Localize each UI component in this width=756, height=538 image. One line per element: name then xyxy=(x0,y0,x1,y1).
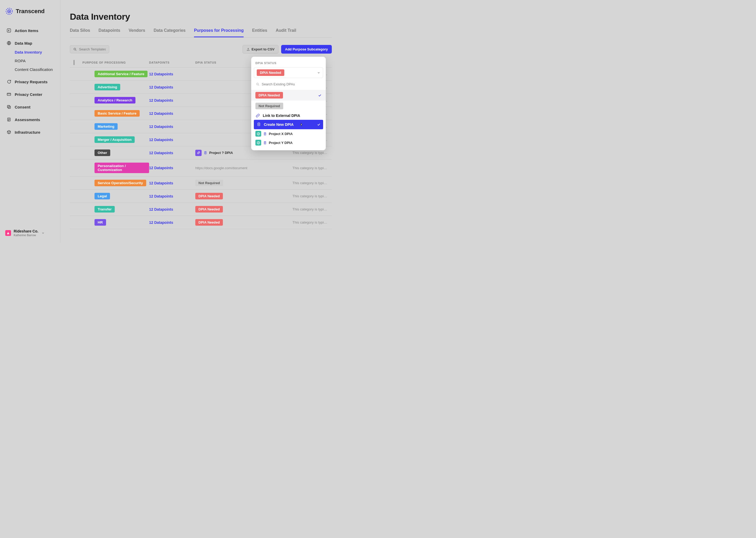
purpose-pill[interactable]: Merger / Acquisition xyxy=(95,136,135,143)
dpia-option-needed[interactable]: DPIA Needed xyxy=(251,90,326,101)
card-icon xyxy=(6,92,12,97)
document-icon xyxy=(263,132,267,135)
datapoints-link[interactable]: 12 Datapoints xyxy=(149,111,195,116)
purpose-pill[interactable]: Other xyxy=(95,149,110,156)
purpose-pill[interactable]: HR xyxy=(95,219,106,226)
purpose-pill[interactable]: Legal xyxy=(95,193,110,199)
datapoints-link[interactable]: 12 Datapoints xyxy=(149,181,195,185)
dpia-option-link-external[interactable]: Link to External DPIA xyxy=(251,111,326,120)
add-purpose-button[interactable]: Add Purpose Subcategory xyxy=(281,45,332,54)
svg-point-13 xyxy=(257,83,258,85)
description-cell: This category is typically used for... xyxy=(292,220,332,224)
search-icon xyxy=(256,82,260,86)
dpia-option-label: Project X DPIA xyxy=(269,132,293,136)
dpia-option-label: Project Y DPIA xyxy=(269,141,293,145)
nav: Action Items Data Map Data Inventory ROP… xyxy=(0,23,60,227)
document-icon xyxy=(263,141,267,144)
datapoints-link[interactable]: 12 Datapoints xyxy=(149,207,195,211)
dpia-selected-trigger[interactable]: DPIA Needed xyxy=(254,67,323,78)
dpia-status-cell[interactable]: DPIA Needed xyxy=(195,193,292,199)
check-circle-icon xyxy=(256,131,261,136)
dpia-option-create-new[interactable]: Create New DPIA xyxy=(254,120,323,129)
dpia-status-cell[interactable]: DPIA Needed xyxy=(195,219,292,226)
tab-entities[interactable]: Entities xyxy=(252,28,267,37)
dpia-status-dropdown: DPIA STATUS DPIA Needed DPIA Needed Not … xyxy=(251,57,326,150)
datapoints-link[interactable]: 12 Datapoints xyxy=(149,194,195,198)
company-user: Katherine Barrow xyxy=(14,234,38,237)
nav-label: Infrastructure xyxy=(15,130,40,134)
search-icon xyxy=(73,48,77,51)
clipboard-icon xyxy=(6,117,12,122)
nav-item-consent[interactable]: Consent xyxy=(3,102,58,112)
export-csv-button[interactable]: Export to CSV xyxy=(243,45,278,54)
dpia-option-project-x[interactable]: Project X DPIA xyxy=(251,129,326,138)
col-datapoints: DATAPOINTS xyxy=(149,61,195,64)
svg-rect-5 xyxy=(7,93,11,96)
dpia-option-project-y[interactable]: Project Y DPIA xyxy=(251,138,326,147)
nav-sub-ropa[interactable]: ROPA xyxy=(3,56,58,65)
purpose-pill[interactable]: Advertising xyxy=(95,84,120,90)
brand-name: Transcend xyxy=(16,8,45,15)
dpia-selected-badge: DPIA Needed xyxy=(257,69,284,76)
purpose-pill[interactable]: Transfer xyxy=(95,206,115,213)
tab-audit-trail[interactable]: Audit Trail xyxy=(276,28,296,37)
purpose-pill[interactable]: Basic Service / Feature xyxy=(95,110,140,117)
datapoints-link[interactable]: 12 Datapoints xyxy=(149,98,195,102)
purpose-pill[interactable]: Analytics / Research xyxy=(95,97,135,103)
status-badge: DPIA Needed xyxy=(195,206,223,213)
dpia-option-not-required[interactable]: Not Required xyxy=(251,101,326,111)
nav-item-privacy-requests[interactable]: Privacy Requests xyxy=(3,77,58,86)
tab-vendors[interactable]: Vendors xyxy=(129,28,145,37)
document-icon xyxy=(204,151,207,154)
dpia-search-input[interactable] xyxy=(262,82,321,86)
tab-purposes[interactable]: Purposes for Processing xyxy=(194,28,244,37)
dpia-search[interactable] xyxy=(254,81,323,88)
status-badge: Not Required xyxy=(195,180,223,186)
search-input[interactable] xyxy=(79,47,106,51)
datapoints-link[interactable]: 12 Datapoints xyxy=(149,138,195,142)
tab-datapoints[interactable]: Datapoints xyxy=(98,28,120,37)
datapoints-link[interactable]: 12 Datapoints xyxy=(149,85,195,89)
search-templates[interactable] xyxy=(70,45,109,53)
datapoints-link[interactable]: 12 Datapoints xyxy=(149,166,195,170)
datapoints-link[interactable]: 12 Datapoints xyxy=(149,220,195,225)
nav-label: Privacy Center xyxy=(15,92,42,97)
company-avatar-icon xyxy=(5,230,11,236)
select-all-checkbox[interactable] xyxy=(73,60,74,65)
purpose-pill[interactable]: Marketing xyxy=(95,123,118,130)
tab-data-categories[interactable]: Data Categories xyxy=(154,28,186,37)
datapoints-link[interactable]: 12 Datapoints xyxy=(149,72,195,76)
nav-item-data-map[interactable]: Data Map xyxy=(3,38,58,48)
table-row: HR12 DatapointsDPIA NeededThis category … xyxy=(70,216,332,229)
status-badge: DPIA Needed xyxy=(195,193,223,199)
purpose-pill[interactable]: Personalization / Customization xyxy=(95,163,149,173)
datapoints-link[interactable]: 12 Datapoints xyxy=(149,151,195,155)
nav-sub-content-classification[interactable]: Content Classification xyxy=(3,65,58,74)
chat-icon xyxy=(6,79,12,84)
nav-item-infrastructure[interactable]: Infrastructure xyxy=(3,128,58,137)
nav-sub-label: Content Classification xyxy=(15,67,53,72)
chevron-down-icon xyxy=(41,232,45,235)
dpia-status-cell[interactable]: https://docs.google.com/document xyxy=(195,166,292,170)
dpia-status-cell[interactable]: DPIA Needed xyxy=(195,206,292,213)
dpia-status-cell[interactable]: Project ? DPIA xyxy=(195,150,292,156)
nav-sub-data-inventory[interactable]: Data Inventory xyxy=(3,48,58,56)
account-switcher[interactable]: Rideshare Co. Katherine Barrow xyxy=(0,227,60,240)
cube-icon xyxy=(6,130,12,135)
nav-item-assessments[interactable]: Assessments xyxy=(3,115,58,124)
tab-data-silos[interactable]: Data Silos xyxy=(70,28,90,37)
nav-item-action-items[interactable]: Action Items xyxy=(3,26,58,35)
nav-item-privacy-center[interactable]: Privacy Center xyxy=(3,89,58,99)
table-row: Transfer12 DatapointsDPIA NeededThis cat… xyxy=(70,203,332,216)
datapoints-link[interactable]: 12 Datapoints xyxy=(149,125,195,129)
svg-point-2 xyxy=(9,11,10,12)
tabs: Data Silos Datapoints Vendors Data Categ… xyxy=(70,28,332,37)
status-url: https://docs.google.com/document xyxy=(195,166,247,170)
dpia-option-label: Link to External DPIA xyxy=(263,114,300,118)
purpose-pill[interactable]: Additional Service / Feature xyxy=(95,71,148,77)
dpia-status-cell[interactable]: Not Required xyxy=(195,180,292,186)
purpose-pill[interactable]: Service Operation/Security xyxy=(95,180,146,186)
svg-rect-6 xyxy=(7,105,10,108)
table-row: Service Operation/Security12 DatapointsN… xyxy=(70,177,332,190)
status-badge: DPIA Needed xyxy=(195,219,223,226)
